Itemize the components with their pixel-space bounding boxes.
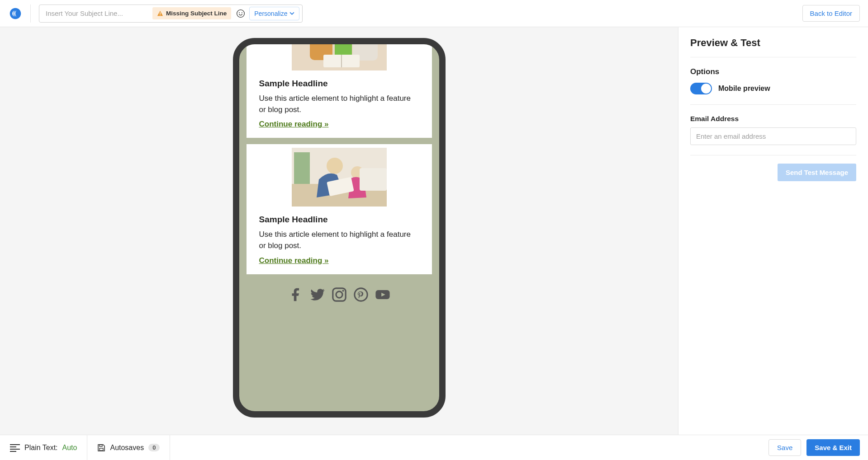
svg-point-23 bbox=[342, 290, 344, 291]
svg-point-3 bbox=[239, 12, 240, 13]
pinterest-icon[interactable] bbox=[353, 287, 369, 302]
svg-rect-31 bbox=[100, 448, 103, 451]
divider bbox=[690, 155, 856, 155]
bottom-actions: Save Save & Exit bbox=[768, 439, 868, 456]
main-area: Sample Headline Use this article element… bbox=[0, 27, 868, 435]
panel-title: Preview & Test bbox=[690, 37, 856, 57]
svg-rect-16 bbox=[294, 152, 310, 184]
mobile-preview-toggle-label: Mobile preview bbox=[718, 84, 770, 93]
svg-point-22 bbox=[336, 291, 342, 297]
instagram-icon[interactable] bbox=[332, 287, 347, 302]
continue-reading-link[interactable]: Continue reading » bbox=[259, 256, 329, 265]
email-address-input[interactable] bbox=[690, 127, 856, 145]
social-icons-row bbox=[239, 274, 439, 307]
warning-text: Missing Subject Line bbox=[166, 10, 227, 17]
preview-area: Sample Headline Use this article element… bbox=[0, 27, 678, 435]
plain-text-value: Auto bbox=[62, 444, 77, 452]
autosaves-count: 0 bbox=[148, 444, 160, 451]
continue-reading-link[interactable]: Continue reading » bbox=[259, 120, 329, 129]
svg-rect-0 bbox=[160, 12, 160, 14]
emoji-button[interactable] bbox=[235, 8, 247, 19]
missing-subject-warning: Missing Subject Line bbox=[152, 7, 231, 19]
svg-point-17 bbox=[327, 158, 343, 174]
plain-text-label: Plain Text: bbox=[24, 444, 58, 452]
topbar: Missing Subject Line Personalize Back to… bbox=[0, 0, 868, 27]
svg-rect-27 bbox=[10, 446, 16, 447]
article-body: Use this article element to highlight a … bbox=[247, 225, 432, 251]
autosaves-label: Autosaves bbox=[110, 444, 144, 452]
email-address-label: Email Address bbox=[690, 115, 856, 123]
svg-rect-29 bbox=[10, 451, 16, 452]
send-test-message-button[interactable]: Send Test Message bbox=[778, 164, 856, 181]
svg-point-2 bbox=[237, 9, 245, 17]
article-block: Sample Headline Use this article element… bbox=[247, 38, 432, 138]
article-headline: Sample Headline bbox=[247, 70, 432, 89]
mobile-preview-toggle-row: Mobile preview bbox=[690, 83, 856, 105]
svg-rect-21 bbox=[332, 288, 345, 300]
article-block: Sample Headline Use this article element… bbox=[247, 144, 432, 274]
svg-rect-20 bbox=[360, 168, 387, 191]
svg-point-6 bbox=[310, 38, 328, 41]
article-image bbox=[292, 148, 387, 207]
article-body: Use this article element to highlight a … bbox=[247, 89, 432, 115]
mobile-preview-frame: Sample Headline Use this article element… bbox=[233, 38, 446, 418]
svg-point-4 bbox=[242, 12, 242, 13]
options-label: Options bbox=[690, 67, 856, 76]
save-button[interactable]: Save bbox=[768, 439, 801, 456]
svg-point-7 bbox=[334, 38, 349, 42]
svg-rect-26 bbox=[10, 444, 20, 445]
personalize-label: Personalize bbox=[254, 10, 287, 17]
subject-input[interactable] bbox=[39, 9, 152, 17]
app-logo[interactable] bbox=[8, 5, 31, 23]
plain-text-control[interactable]: Plain Text: Auto bbox=[0, 435, 87, 460]
bottom-bar: Plain Text: Auto Autosaves 0 Save Save &… bbox=[0, 435, 868, 460]
save-icon bbox=[97, 444, 105, 452]
subject-line-wrap: Missing Subject Line Personalize bbox=[39, 5, 303, 23]
svg-rect-30 bbox=[100, 445, 102, 446]
article-headline: Sample Headline bbox=[247, 207, 432, 225]
mobile-preview-content[interactable]: Sample Headline Use this article element… bbox=[239, 38, 439, 411]
mobile-preview-toggle[interactable] bbox=[690, 83, 712, 94]
svg-rect-1 bbox=[160, 14, 160, 15]
personalize-button[interactable]: Personalize bbox=[249, 7, 299, 20]
smiley-icon bbox=[236, 9, 245, 18]
svg-rect-28 bbox=[10, 449, 20, 450]
chevron-down-icon bbox=[289, 11, 294, 16]
twitter-icon[interactable] bbox=[310, 287, 325, 302]
svg-point-24 bbox=[354, 288, 367, 300]
preview-test-panel: Preview & Test Options Mobile preview Em… bbox=[678, 27, 868, 435]
back-to-editor-button[interactable]: Back to Editor bbox=[802, 5, 860, 22]
youtube-icon[interactable] bbox=[375, 287, 390, 302]
facebook-icon[interactable] bbox=[288, 287, 304, 302]
autosaves-control[interactable]: Autosaves 0 bbox=[87, 435, 170, 460]
plain-text-icon bbox=[10, 444, 20, 452]
svg-point-8 bbox=[352, 38, 372, 41]
save-exit-button[interactable]: Save & Exit bbox=[806, 439, 860, 456]
article-image bbox=[292, 38, 387, 70]
warning-icon bbox=[157, 10, 163, 17]
